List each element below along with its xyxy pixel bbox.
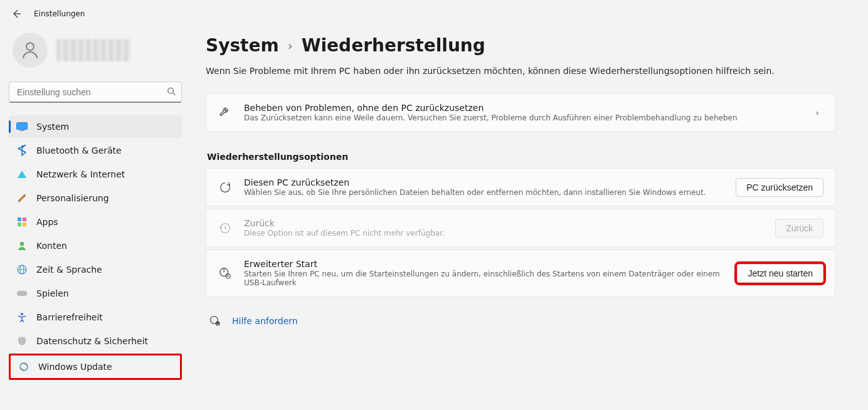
sidebar: System Bluetooth & Geräte Netzwerk & Int… xyxy=(0,28,188,410)
system-icon xyxy=(16,121,28,132)
search-input[interactable] xyxy=(9,81,182,103)
chevron-right-icon: › xyxy=(811,108,823,118)
content-area: System › Wiederherstellung Wenn Sie Prob… xyxy=(188,28,868,410)
sidebar-item-personalization[interactable]: Personalisierung xyxy=(9,187,182,209)
titlebar: Einstellungen xyxy=(0,0,868,28)
card-title: Beheben von Problemen, ohne den PC zurüc… xyxy=(244,103,800,113)
sidebar-item-label: Windows Update xyxy=(38,362,112,372)
card-title: Erweiterter Start xyxy=(244,259,726,269)
sidebar-item-label: Apps xyxy=(36,217,58,227)
card-title: Zurück xyxy=(244,218,764,228)
sidebar-item-accessibility[interactable]: Barrierefreiheit xyxy=(9,306,182,329)
power-gear-icon xyxy=(218,266,233,281)
chevron-right-icon: › xyxy=(288,38,293,53)
sidebar-item-privacy[interactable]: Datenschutz & Sicherheit xyxy=(9,330,182,352)
svg-point-17 xyxy=(227,275,228,276)
svg-rect-5 xyxy=(23,218,26,221)
help-link[interactable]: Hilfe anfordern xyxy=(232,316,298,326)
highlight-windows-update: Windows Update xyxy=(9,354,182,380)
avatar xyxy=(13,33,48,68)
sidebar-item-label: Barrierefreiheit xyxy=(36,312,103,322)
breadcrumb: System › Wiederherstellung xyxy=(206,35,835,56)
svg-text:Q: Q xyxy=(216,322,219,326)
update-icon xyxy=(18,361,29,372)
network-icon xyxy=(16,169,28,180)
wrench-icon xyxy=(218,105,233,120)
user-name-redacted xyxy=(56,39,130,61)
troubleshoot-card[interactable]: Beheben von Problemen, ohne den PC zurüc… xyxy=(206,93,835,132)
svg-rect-7 xyxy=(23,223,26,226)
accessibility-icon xyxy=(16,312,28,323)
apps-icon xyxy=(16,216,28,228)
back-arrow-icon xyxy=(11,9,21,19)
sidebar-item-network[interactable]: Netzwerk & Internet xyxy=(9,163,182,186)
back-button[interactable] xyxy=(8,5,25,23)
svg-rect-6 xyxy=(18,223,21,226)
person-icon xyxy=(19,39,41,61)
svg-rect-11 xyxy=(17,291,27,296)
sidebar-item-accounts[interactable]: Konten xyxy=(9,234,182,257)
window-title: Einstellungen xyxy=(34,9,85,18)
sidebar-item-label: Personalisierung xyxy=(36,193,109,203)
user-profile[interactable] xyxy=(9,28,182,81)
svg-point-13 xyxy=(20,363,28,371)
sidebar-item-windows-update[interactable]: Windows Update xyxy=(11,355,180,378)
restart-now-button[interactable]: Jetzt neu starten xyxy=(737,264,823,283)
reset-pc-button[interactable]: PC zurücksetzen xyxy=(736,178,823,197)
help-row[interactable]: Q Hilfe anfordern xyxy=(206,314,835,328)
help-icon: Q xyxy=(208,314,222,328)
sidebar-item-label: Spielen xyxy=(36,288,69,298)
sidebar-nav: System Bluetooth & Geräte Netzwerk & Int… xyxy=(9,115,182,380)
go-back-card: Zurück Diese Option ist auf diesem PC ni… xyxy=(206,209,835,247)
history-icon xyxy=(218,221,233,236)
shield-icon xyxy=(16,335,28,347)
sidebar-item-bluetooth[interactable]: Bluetooth & Geräte xyxy=(9,139,182,162)
sidebar-item-label: System xyxy=(36,122,69,132)
card-subtitle: Das Zurücksetzen kann eine Weile dauern.… xyxy=(244,113,800,122)
go-back-button: Zurück xyxy=(775,219,823,238)
globe-icon xyxy=(16,264,28,275)
card-subtitle: Wählen Sie aus, ob Sie Ihre persönlichen… xyxy=(244,188,724,197)
advanced-startup-card: Erweiterter Start Starten Sie Ihren PC n… xyxy=(206,250,835,297)
search-field[interactable] xyxy=(9,81,182,103)
reset-icon xyxy=(218,180,233,195)
svg-rect-3 xyxy=(19,130,24,132)
svg-point-12 xyxy=(21,313,23,315)
reset-pc-card: Diesen PC zurücksetzen Wählen Sie aus, o… xyxy=(206,168,835,206)
gamepad-icon xyxy=(16,288,28,299)
sidebar-item-label: Konten xyxy=(36,241,67,251)
card-subtitle: Diese Option ist auf diesem PC nicht meh… xyxy=(244,229,764,238)
sidebar-item-gaming[interactable]: Spielen xyxy=(9,282,182,305)
sidebar-item-time-language[interactable]: Zeit & Sprache xyxy=(9,258,182,281)
paintbrush-icon xyxy=(16,192,28,204)
recovery-options-header: Wiederherstellungsoptionen xyxy=(207,152,835,162)
sidebar-item-label: Zeit & Sprache xyxy=(36,265,102,275)
recovery-options-group: Diesen PC zurücksetzen Wählen Sie aus, o… xyxy=(206,168,835,297)
svg-rect-2 xyxy=(17,123,28,130)
svg-point-0 xyxy=(26,43,34,50)
accounts-icon xyxy=(16,240,28,251)
card-subtitle: Starten Sie Ihren PC neu, um die Startei… xyxy=(244,270,726,287)
sidebar-item-label: Datenschutz & Sicherheit xyxy=(36,336,148,346)
page-title: Wiederherstellung xyxy=(302,35,485,56)
card-title: Diesen PC zurücksetzen xyxy=(244,177,724,187)
svg-rect-4 xyxy=(18,218,21,221)
page-description: Wenn Sie Probleme mit Ihrem PC haben ode… xyxy=(206,66,835,76)
bluetooth-icon xyxy=(16,145,28,156)
breadcrumb-parent[interactable]: System xyxy=(206,35,279,56)
sidebar-item-apps[interactable]: Apps xyxy=(9,211,182,233)
sidebar-item-system[interactable]: System xyxy=(9,115,182,138)
sidebar-item-label: Netzwerk & Internet xyxy=(36,169,125,179)
sidebar-item-label: Bluetooth & Geräte xyxy=(36,145,122,155)
svg-point-8 xyxy=(20,242,24,246)
